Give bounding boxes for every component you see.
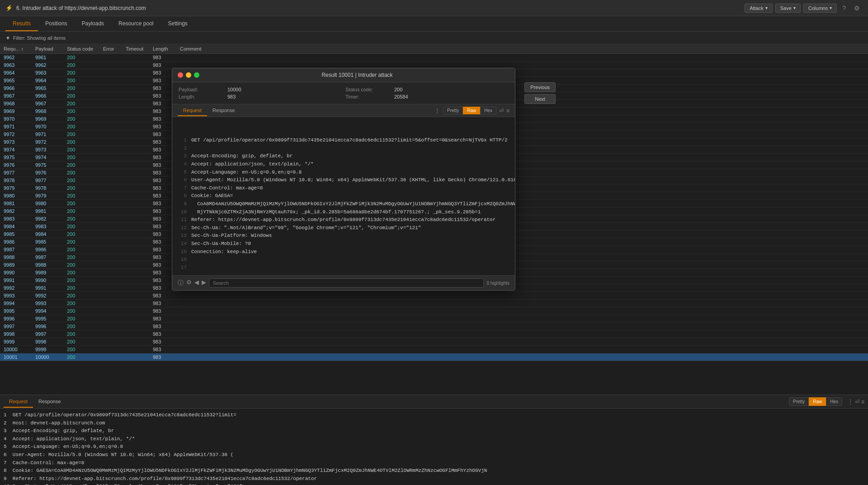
cell-error [99, 300, 122, 307]
previous-button[interactable]: Previous [524, 82, 556, 92]
cell-timeout [122, 177, 149, 184]
panel-wraplines-icon[interactable]: ⏎ [855, 399, 859, 405]
table-row[interactable]: 10001 10000 200 983 [0, 353, 868, 361]
cell-error [99, 100, 122, 108]
cell-status: 200 [63, 254, 99, 261]
cell-error [99, 131, 122, 138]
settings-icon[interactable]: ⚙ [851, 4, 863, 13]
col-header-error[interactable]: Error [99, 44, 122, 54]
cell-payload: 9961 [32, 54, 63, 61]
cell-status: 200 [63, 115, 99, 123]
modal-format-raw[interactable]: Raw [463, 107, 480, 114]
traffic-light-red[interactable] [178, 72, 183, 78]
col-header-length[interactable]: Length [149, 44, 176, 54]
modal-format-pretty[interactable]: Pretty [443, 107, 463, 114]
table-row[interactable]: 10000 9999 200 983 [0, 346, 868, 353]
traffic-light-yellow[interactable] [186, 72, 191, 78]
cell-error [99, 277, 122, 284]
cell-timeout [122, 161, 149, 169]
tab-positions[interactable]: Positions [38, 17, 75, 31]
modal-code-area[interactable]: 1GET /api/profile/operator/0x9899f7313dc… [172, 117, 515, 275]
table-row[interactable]: 9962 9961 200 983 [0, 54, 868, 61]
cell-timeout [122, 346, 149, 353]
columns-button[interactable]: Columns ▾ [803, 4, 837, 13]
top-bar: ⚡ 6. Intruder attack of https://devnet-a… [0, 0, 868, 16]
modal-next-nav[interactable]: ▶ [202, 279, 206, 287]
col-header-request[interactable]: Requ... ↕ [0, 44, 32, 54]
modal-nav: Previous Next [524, 82, 556, 104]
format-tab-raw[interactable]: Raw [809, 397, 826, 406]
table-row[interactable]: 9999 9998 200 983 [0, 338, 868, 346]
table-row[interactable]: 9994 9993 200 983 [0, 300, 868, 307]
panel-tab-response[interactable]: Response [33, 396, 66, 408]
modal-search-input[interactable] [209, 278, 484, 287]
cell-error [99, 177, 122, 184]
cell-error [99, 192, 122, 200]
table-row[interactable]: 9993 9992 200 983 [0, 292, 868, 300]
cell-error [99, 61, 122, 69]
cell-length: 983 [149, 54, 176, 61]
modal-gear-icon[interactable]: ⚙ [186, 279, 192, 287]
modal-code-line: 8Cookie: GAESA= [178, 192, 509, 200]
code-line: 7 Cache-Control: max-age=0 [4, 459, 864, 467]
cell-status: 200 [63, 338, 99, 346]
tab-results[interactable]: Results [5, 17, 38, 31]
cell-error [99, 169, 122, 177]
cell-req: 9992 [0, 284, 32, 292]
cell-timeout [122, 169, 149, 177]
col-header-payload[interactable]: Payload [32, 44, 63, 54]
next-button[interactable]: Next [524, 94, 556, 104]
line-number: 11 [178, 216, 187, 224]
tab-payloads[interactable]: Payloads [75, 17, 111, 31]
table-row[interactable]: 9996 9995 200 983 [0, 315, 868, 323]
table-row[interactable]: 9995 9994 200 983 [0, 307, 868, 315]
modal-format-hex[interactable]: Hex [480, 107, 496, 114]
cell-timeout [122, 123, 149, 131]
cell-length: 983 [149, 353, 176, 361]
cell-timeout [122, 61, 149, 69]
cell-payload: 9989 [32, 269, 63, 277]
panel-indent-icon[interactable]: ≡ [861, 399, 864, 405]
tab-settings[interactable]: Settings [160, 17, 194, 31]
modal-info-icon[interactable]: ⓘ [178, 279, 184, 287]
help-icon[interactable]: ? [840, 4, 849, 13]
attack-button[interactable]: Attack ▾ [745, 4, 773, 13]
cell-status: 200 [63, 123, 99, 131]
modal-tab-response[interactable]: Response [207, 105, 241, 116]
cell-payload: 9998 [32, 338, 63, 346]
cell-timeout [122, 215, 149, 223]
top-bar-right: Attack ▾ Save ▾ Columns ▾ ? ⚙ [745, 4, 863, 13]
modal-more-icon[interactable]: ⋮ [434, 107, 440, 114]
panel-more-icon[interactable]: ⋮ [848, 399, 853, 405]
cell-status: 200 [63, 238, 99, 246]
cell-payload: 9962 [32, 61, 63, 69]
cell-payload: 9972 [32, 138, 63, 146]
traffic-light-green[interactable] [194, 72, 199, 78]
line-number: 14 [178, 240, 187, 248]
col-header-status[interactable]: Status code [63, 44, 99, 54]
line-number: 5 [178, 169, 187, 177]
modal-tab-request[interactable]: Request [178, 105, 207, 116]
cell-req: 9983 [0, 215, 32, 223]
cell-payload: 9982 [32, 215, 63, 223]
table-row[interactable]: 9998 9997 200 983 [0, 330, 868, 338]
cell-status: 200 [63, 69, 99, 77]
tab-resource-pool[interactable]: Resource pool [111, 17, 160, 31]
modal-indent-icon[interactable]: ≡ [506, 108, 509, 114]
format-tab-hex[interactable]: Hex [826, 397, 842, 406]
format-tab-pretty[interactable]: Pretty [789, 397, 809, 406]
table-row[interactable]: 9997 9996 200 983 [0, 323, 868, 330]
col-header-comment[interactable]: Comment [176, 44, 868, 54]
cell-req: 9979 [0, 184, 32, 192]
modal-prev-nav[interactable]: ◀ [194, 279, 199, 287]
save-button[interactable]: Save ▾ [775, 4, 801, 13]
cell-status: 200 [63, 231, 99, 238]
col-header-timeout[interactable]: Timeout [122, 44, 149, 54]
panel-tab-request[interactable]: Request [4, 396, 33, 408]
line-number: 10 [178, 208, 187, 217]
cell-payload: 9976 [32, 169, 63, 177]
modal-wraplines-icon[interactable]: ⏎ [499, 108, 504, 114]
length-value: 983 [227, 94, 342, 99]
cell-req: 9969 [0, 108, 32, 115]
line-number: 15 [178, 248, 187, 256]
